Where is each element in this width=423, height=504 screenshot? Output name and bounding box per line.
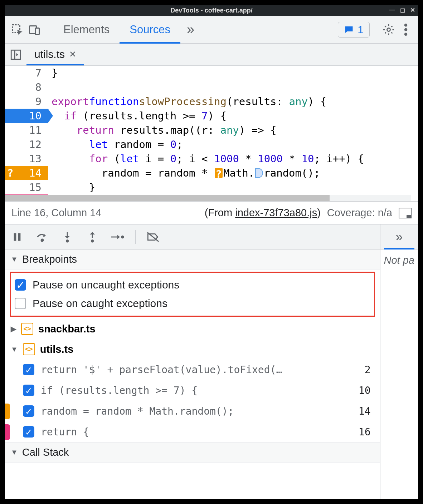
not-paused-label: Not pa [380, 249, 418, 271]
step-into-icon[interactable] [60, 230, 74, 244]
code-editor[interactable]: 78910111213141516 } export function slow… [5, 66, 418, 202]
deactivate-breakpoints-icon[interactable] [146, 230, 161, 244]
window-maximize-icon[interactable]: ◻ [400, 6, 405, 14]
pause-uncaught-row[interactable]: ✓ Pause on uncaught exceptions [15, 276, 370, 294]
breakpoint-flag-icon [5, 404, 10, 419]
svg-point-4 [404, 24, 408, 27]
script-file-icon: <> [23, 343, 35, 355]
horizontal-scrollbar[interactable] [5, 195, 411, 201]
file-tab-utils[interactable]: utils.ts ✕ [26, 45, 84, 65]
svg-rect-9 [14, 233, 16, 241]
breakpoint-row[interactable]: ✓return {16 [5, 421, 380, 442]
step-over-icon[interactable] [35, 230, 49, 244]
step-icon[interactable] [110, 230, 125, 244]
source-map-link[interactable]: index-73f73a80.js [235, 207, 317, 218]
pause-options-highlight: ✓ Pause on uncaught exceptions Pause on … [10, 272, 375, 317]
svg-point-15 [91, 239, 94, 242]
breakpoints-section-header[interactable]: ▼Breakpoints [5, 249, 380, 270]
cursor-position: Line 16, Column 14 [11, 207, 102, 219]
line-number[interactable]: 10 [5, 109, 48, 123]
line-number[interactable]: 13 [5, 152, 48, 166]
breakpoint-flag-icon [5, 424, 10, 440]
breakpoint-checkbox[interactable]: ✓ [23, 405, 34, 417]
pause-caught-row[interactable]: Pause on caught exceptions [15, 294, 370, 313]
pause-uncaught-checkbox[interactable]: ✓ [15, 279, 26, 291]
breakpoint-group-snackbar[interactable]: ▶ <> snackbar.ts [5, 319, 380, 339]
settings-icon[interactable] [380, 21, 397, 38]
messages-badge[interactable]: 1 [338, 22, 370, 38]
breakpoint-row[interactable]: ✓if (results.length >= 7) {10 [5, 380, 380, 401]
svg-rect-7 [11, 50, 20, 59]
breakpoint-checkbox[interactable]: ✓ [23, 426, 34, 438]
editor-status-bar: Line 16, Column 14 (From index-73f73a80.… [5, 202, 418, 224]
devtools-toolbar: Elements Sources » 1 [5, 16, 418, 44]
svg-point-17 [121, 235, 124, 238]
svg-point-3 [387, 28, 390, 31]
svg-rect-10 [18, 233, 21, 241]
breakpoint-row[interactable]: ✓random = random * Math.random();14 [5, 401, 380, 421]
file-tab-bar: utils.ts ✕ [5, 44, 418, 66]
tab-elements[interactable]: Elements [53, 16, 120, 43]
call-stack-section-header[interactable]: ▼Call Stack [5, 443, 380, 463]
toggle-device-icon[interactable] [26, 21, 43, 38]
line-number[interactable]: 8 [5, 80, 48, 94]
tab-sources[interactable]: Sources [120, 16, 180, 43]
window-titlebar: DevTools - coffee-cart.app/ — ◻ ✕ [5, 5, 418, 16]
more-menu-icon[interactable] [397, 21, 414, 38]
svg-point-13 [66, 239, 69, 242]
breakpoint-checkbox[interactable]: ✓ [23, 364, 34, 375]
window-title: DevTools - coffee-cart.app/ [170, 7, 253, 14]
window-minimize-icon[interactable]: — [389, 6, 395, 14]
right-panel-overflow-tabs[interactable]: » [380, 224, 418, 249]
breakpoint-checkbox[interactable]: ✓ [23, 385, 34, 396]
inline-column-icon[interactable] [255, 168, 263, 178]
coverage-label: Coverage: n/a [327, 207, 392, 219]
svg-point-11 [41, 238, 44, 242]
svg-point-5 [404, 28, 408, 31]
svg-point-6 [404, 33, 408, 36]
step-out-icon[interactable] [85, 230, 99, 244]
window-close-icon[interactable]: ✕ [410, 6, 415, 14]
pause-icon[interactable] [10, 230, 24, 244]
close-file-icon[interactable]: ✕ [69, 49, 76, 59]
script-file-icon: <> [21, 323, 33, 335]
line-number[interactable]: 9 [5, 94, 48, 109]
svg-rect-2 [35, 28, 39, 34]
pause-caught-checkbox[interactable] [15, 298, 26, 309]
tabs-overflow-icon[interactable]: » [180, 16, 201, 43]
breakpoint-row[interactable]: ✓return '$' + parseFloat(value).toFixed(… [5, 359, 380, 380]
debugger-toolbar [5, 224, 380, 249]
inspect-element-icon[interactable] [9, 21, 26, 38]
line-number[interactable]: 11 [5, 123, 48, 137]
toggle-navigator-icon[interactable] [5, 44, 26, 65]
inline-breakpoint-icon[interactable]: ? [215, 168, 223, 178]
breakpoint-group-utils[interactable]: ▼ <> utils.ts [5, 339, 380, 359]
line-number[interactable]: 14 [5, 166, 48, 180]
line-number[interactable]: 7 [5, 66, 48, 80]
line-number[interactable]: 12 [5, 137, 48, 152]
line-number[interactable]: 15 [5, 180, 48, 194]
show-console-icon[interactable] [399, 208, 412, 218]
